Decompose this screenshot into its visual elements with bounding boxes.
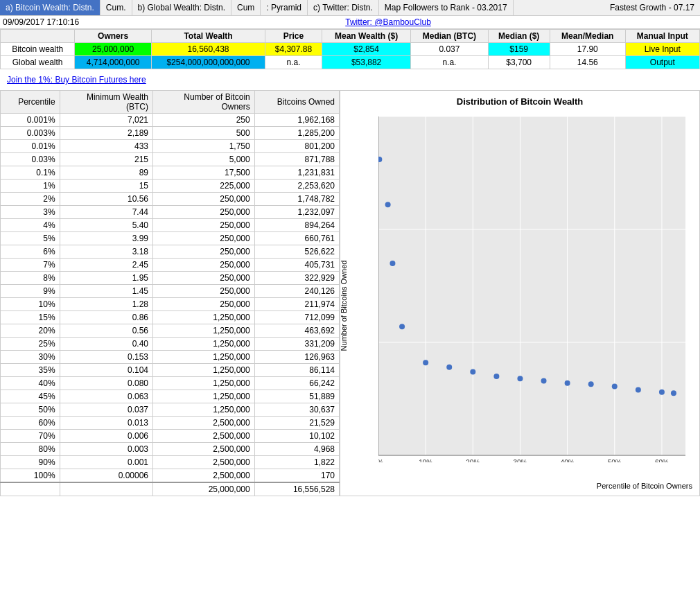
svg-point-26 bbox=[385, 202, 391, 207]
table-row: 70%0.0062,500,00010,102 bbox=[1, 430, 340, 443]
bitcoin-live-input[interactable]: Live Input bbox=[625, 43, 699, 56]
fastest-growth-label: Fastest Growth - 07.17 bbox=[604, 0, 700, 15]
global-mean-wealth: $53,882 bbox=[322, 56, 410, 69]
svg-text:10%: 10% bbox=[419, 459, 432, 462]
table-row: 8%1.95250,000322,929 bbox=[1, 272, 340, 285]
table-row: 1%15225,0002,253,620 bbox=[1, 180, 340, 193]
svg-text:0%: 0% bbox=[378, 459, 383, 462]
bitcoin-median-usd: $159 bbox=[488, 43, 550, 56]
twitter-link[interactable]: Twitter: @BambouClub bbox=[345, 17, 431, 27]
svg-text:60%: 60% bbox=[655, 459, 669, 462]
table-row: 2%10.56250,0001,748,782 bbox=[1, 193, 340, 206]
svg-point-27 bbox=[390, 261, 395, 266]
col-header-manual-input: Manual Input bbox=[625, 30, 699, 43]
table-row: 15%0.861,250,000712,099 bbox=[1, 311, 340, 324]
table-row: 0.001%7,0212501,962,168 bbox=[1, 114, 340, 127]
table-row: 90%0.0012,500,0001,822 bbox=[1, 456, 340, 469]
tab-map-followers[interactable]: Map Followers to Rank - 03.2017 bbox=[379, 0, 514, 15]
chart-title: Distribution of Bitcoin Wealth bbox=[340, 91, 699, 110]
global-wealth-row: Global wealth 4,714,000,000 $254,000,000… bbox=[1, 56, 700, 69]
col-header-median-btc: Median (BTC) bbox=[411, 30, 488, 43]
bitcoin-median-btc: 0.037 bbox=[411, 43, 488, 56]
table-row: 4%5.40250,000894,264 bbox=[1, 219, 340, 232]
bitcoin-wealth-row: Bitcoin wealth 25,000,000 16,560,438 $4,… bbox=[1, 43, 700, 56]
svg-point-33 bbox=[517, 376, 523, 381]
col-percentile-header: Percentile bbox=[1, 91, 60, 114]
summary-table: Owners Total Wealth Price Mean Wealth ($… bbox=[0, 29, 700, 69]
tab-global-wealth-distn[interactable]: b) Global Wealth: Distn. bbox=[132, 0, 232, 15]
date-twitter-row: 09/09/2017 17:10:16 Twitter: @BambouClub bbox=[0, 16, 700, 29]
table-row: 0.03%2155,000871,788 bbox=[1, 153, 340, 166]
table-row: 0.01%4331,750801,200 bbox=[1, 140, 340, 153]
tab-pyramid[interactable]: : Pyramid bbox=[261, 0, 308, 15]
global-median-usd: $3,700 bbox=[488, 56, 550, 69]
global-mean-median: 14.56 bbox=[550, 56, 625, 69]
table-row: 25%0.401,250,000331,209 bbox=[1, 338, 340, 351]
global-wealth-label: Global wealth bbox=[1, 56, 75, 69]
bitcoin-mean-median: 17.90 bbox=[550, 43, 625, 56]
main-content: Percentile Minimum Wealth (BTC) Number o… bbox=[0, 90, 700, 496]
table-row: 7%2.45250,000405,731 bbox=[1, 259, 340, 272]
table-row: 5%3.99250,000660,761 bbox=[1, 232, 340, 245]
table-row: 6%3.18250,000526,622 bbox=[1, 245, 340, 259]
svg-point-32 bbox=[493, 374, 499, 379]
date-display: 09/09/2017 17:10:16 bbox=[3, 17, 79, 27]
table-row: 20%0.561,250,000463,692 bbox=[1, 324, 340, 338]
table-row: 45%0.0631,250,00051,889 bbox=[1, 390, 340, 403]
table-row: 0.1%8917,5001,231,831 bbox=[1, 166, 340, 180]
join-link-container: Join the 1%: Buy Bitcoin Futures here bbox=[0, 69, 700, 90]
svg-text:40%: 40% bbox=[561, 459, 575, 462]
table-row: 50%0.0371,250,00030,637 bbox=[1, 403, 340, 417]
chart-section: Distribution of Bitcoin Wealth 0510150%1… bbox=[340, 90, 700, 496]
bitcoin-mean-wealth: $2,854 bbox=[322, 43, 410, 56]
bitcoin-total-wealth: 16,560,438 bbox=[151, 43, 265, 56]
svg-point-35 bbox=[565, 381, 570, 386]
table-row: 100%0.000062,500,000170 bbox=[1, 469, 340, 483]
distribution-table: Percentile Minimum Wealth (BTC) Number o… bbox=[0, 90, 340, 496]
svg-point-34 bbox=[541, 378, 547, 383]
table-row: 35%0.1041,250,00086,114 bbox=[1, 364, 340, 377]
col-header-owners: Owners bbox=[75, 30, 152, 43]
global-owners: 4,714,000,000 bbox=[75, 56, 152, 69]
svg-text:20%: 20% bbox=[466, 459, 480, 462]
col-header-mean-wealth: Mean Wealth ($) bbox=[322, 30, 410, 43]
col-header-label bbox=[1, 30, 75, 43]
global-price: n.a. bbox=[265, 56, 322, 69]
bitcoin-price: $4,307.88 bbox=[265, 43, 322, 56]
col-minwealth-header: Minimum Wealth (BTC) bbox=[60, 91, 152, 114]
table-row: 40%0.0801,250,00066,242 bbox=[1, 377, 340, 390]
svg-point-29 bbox=[423, 360, 428, 365]
svg-text:50%: 50% bbox=[608, 459, 622, 462]
tab-cum-2[interactable]: Cum bbox=[231, 0, 261, 15]
distribution-chart: 0510150%10%20%30%40%50%60% bbox=[378, 113, 692, 462]
svg-point-36 bbox=[588, 381, 594, 387]
svg-point-37 bbox=[612, 384, 618, 390]
y-axis-label: Number of Bitcoins Owned bbox=[340, 261, 348, 351]
col-numowners-header: Number of Bitcoin Owners bbox=[153, 91, 255, 114]
col-header-total-wealth: Total Wealth bbox=[151, 30, 265, 43]
svg-point-39 bbox=[659, 390, 665, 395]
data-table-section: Percentile Minimum Wealth (BTC) Number o… bbox=[0, 90, 340, 496]
tab-cum-1[interactable]: Cum. bbox=[100, 0, 132, 15]
svg-point-28 bbox=[399, 324, 405, 329]
table-row: 9%1.45250,000240,126 bbox=[1, 285, 340, 298]
svg-rect-0 bbox=[378, 116, 685, 455]
table-row: 10%1.28250,000211,974 bbox=[1, 298, 340, 311]
bitcoin-wealth-label: Bitcoin wealth bbox=[1, 43, 75, 56]
totals-row: 25,000,00016,556,528 bbox=[1, 482, 340, 496]
tab-bitcoin-wealth-distn[interactable]: a) Bitcoin Wealth: Distn. bbox=[0, 0, 100, 15]
col-header-mean-median: Mean/Median bbox=[550, 30, 625, 43]
global-median-btc: n.a. bbox=[411, 56, 488, 69]
global-output: Output bbox=[625, 56, 699, 69]
table-row: 60%0.0132,500,00021,529 bbox=[1, 417, 340, 430]
top-navigation: a) Bitcoin Wealth: Distn. Cum. b) Global… bbox=[0, 0, 700, 16]
svg-text:30%: 30% bbox=[513, 459, 527, 462]
tab-twitter-distn[interactable]: c) Twitter: Distn. bbox=[308, 0, 379, 15]
svg-point-31 bbox=[470, 369, 475, 374]
col-header-price: Price bbox=[265, 30, 322, 43]
svg-point-38 bbox=[636, 387, 641, 392]
svg-point-30 bbox=[446, 365, 452, 370]
join-link[interactable]: Join the 1%: Buy Bitcoin Futures here bbox=[4, 72, 149, 87]
table-row: 0.003%2,1895001,285,200 bbox=[1, 127, 340, 140]
bitcoin-owners: 25,000,000 bbox=[75, 43, 152, 56]
